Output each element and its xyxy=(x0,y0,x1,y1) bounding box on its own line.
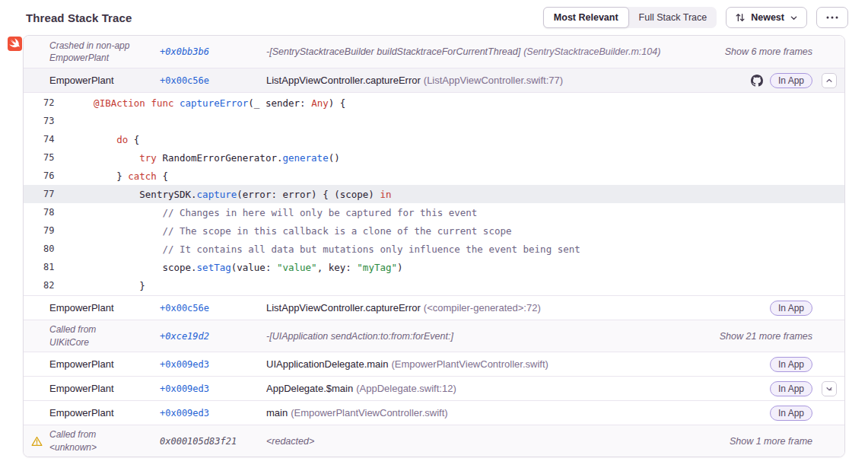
stack-trace-panel: Crashed in non-appEmpowerPlant+0x0bb3b6-… xyxy=(23,35,845,457)
code-line[interactable]: 81 scope.setTag(value: "value", key: "my… xyxy=(24,258,844,276)
code-line[interactable]: 72 @IBAction func captureError(_ sender:… xyxy=(24,94,844,112)
code-line[interactable]: 76 } catch { xyxy=(24,167,844,185)
line-number: 80 xyxy=(24,243,71,254)
frame-module: EmpowerPlant xyxy=(49,358,160,370)
function-name: -[SentryStacktraceBuilder buildStacktrac… xyxy=(266,46,520,57)
collapse-frame-button[interactable] xyxy=(822,73,837,88)
line-number: 72 xyxy=(24,97,71,108)
function-name: ListAppViewController.captureError xyxy=(266,302,421,313)
full-stack-trace-button[interactable]: Full Stack Trace xyxy=(629,7,717,28)
line-number: 74 xyxy=(24,134,71,145)
line-number: 82 xyxy=(24,280,71,291)
frame-actions: Show 1 more frame xyxy=(730,436,812,447)
source-file-link[interactable]: (SentryStacktraceBuilder.m:104) xyxy=(523,46,660,57)
frame-function: AppDelegate.$main(AppDelegate.swift:12) xyxy=(266,383,770,394)
show-more-frames-link[interactable]: Show 6 more frames xyxy=(725,46,812,57)
chevron-down-icon xyxy=(790,14,798,22)
sort-newest-button[interactable]: Newest xyxy=(726,7,807,28)
stack-frame[interactable]: EmpowerPlant+0x009ed3AppDelegate.$main(A… xyxy=(24,376,844,400)
frame-module: EmpowerPlant xyxy=(49,75,160,86)
code-text: scope.setTag(value: "value", key: "myTag… xyxy=(71,262,403,273)
frame-module: Called from<unknown> xyxy=(49,428,160,453)
source-file-link[interactable]: (ListAppViewController.swift:77) xyxy=(424,75,563,86)
source-file-link[interactable]: (<compiler-generated>:72) xyxy=(424,302,541,313)
line-number: 75 xyxy=(24,152,71,163)
frame-module: Called fromUIKitCore xyxy=(49,323,160,348)
code-text: } xyxy=(71,280,145,291)
frame-toggle-slot xyxy=(812,73,837,88)
more-options-button[interactable] xyxy=(816,7,848,28)
function-name: -[UIApplication sendAction:to:from:forEv… xyxy=(266,331,453,342)
stack-frame[interactable]: EmpowerPlant+0x009ed3main(EmpowerPlantVi… xyxy=(24,400,844,425)
chevron-up-icon xyxy=(825,77,833,84)
page-title: Thread Stack Trace xyxy=(26,11,132,24)
function-name: UIApplicationDelegate.main xyxy=(266,358,388,370)
header-controls: Most Relevant Full Stack Trace Newest xyxy=(543,7,848,28)
frame-function: UIApplicationDelegate.main(EmpowerPlantV… xyxy=(266,358,770,370)
frame-actions: In App xyxy=(770,301,812,316)
code-line[interactable]: 75 try RandomErrorGenerator.generate() xyxy=(24,148,844,167)
source-file-link[interactable]: (AppDelegate.swift:12) xyxy=(356,383,456,394)
frame-actions: In App xyxy=(770,381,812,396)
sort-arrows-icon xyxy=(735,12,746,23)
stack-frame[interactable]: EmpowerPlant+0x009ed3UIApplicationDelega… xyxy=(24,352,844,376)
frame-actions: In App xyxy=(751,73,812,88)
ellipsis-icon xyxy=(826,16,838,19)
frame-address[interactable]: +0xce19d2 xyxy=(160,331,266,342)
expand-frame-button[interactable] xyxy=(822,381,837,396)
stack-frame[interactable]: Called fromUIKitCore+0xce19d2-[UIApplica… xyxy=(24,320,844,352)
frame-actions: Show 6 more frames xyxy=(725,46,812,57)
code-line[interactable]: 82 } xyxy=(24,276,844,294)
code-line[interactable]: 80 // It contains all data but mutations… xyxy=(24,240,844,258)
code-text: try RandomErrorGenerator.generate() xyxy=(71,152,340,164)
in-app-badge: In App xyxy=(770,73,812,88)
function-name: <redacted> xyxy=(266,436,314,447)
function-name: AppDelegate.$main xyxy=(266,383,353,394)
code-text: // It contains all data but mutations on… xyxy=(71,243,580,255)
code-line[interactable]: 78 // Changes in here will only be captu… xyxy=(24,203,844,221)
frame-address[interactable]: +0x00c56e xyxy=(160,303,266,313)
frame-module: EmpowerPlant xyxy=(49,383,160,394)
frame-actions: Show 21 more frames xyxy=(720,331,812,342)
line-number: 78 xyxy=(24,207,71,218)
code-text: // Changes in here will only be captured… xyxy=(71,207,477,218)
stack-frame[interactable]: EmpowerPlant+0x00c56eListAppViewControll… xyxy=(24,68,844,92)
source-file-link[interactable]: (EmpowerPlantViewController.swift) xyxy=(291,407,447,418)
github-icon[interactable] xyxy=(751,75,763,87)
code-text: SentrySDK.capture(error: error) { (scope… xyxy=(71,189,391,200)
code-line[interactable]: 73 xyxy=(24,112,844,130)
frame-function: ListAppViewController.captureError(ListA… xyxy=(266,75,751,86)
show-more-frames-link[interactable]: Show 1 more frame xyxy=(730,436,812,447)
most-relevant-button[interactable]: Most Relevant xyxy=(543,7,629,28)
frame-address[interactable]: +0x0bb3b6 xyxy=(160,46,266,57)
code-text: } catch { xyxy=(71,170,168,182)
code-text: do { xyxy=(71,134,139,145)
stack-frame[interactable]: Crashed in non-appEmpowerPlant+0x0bb3b6-… xyxy=(24,36,844,68)
frame-address[interactable]: +0x009ed3 xyxy=(160,383,266,394)
frame-module: EmpowerPlant xyxy=(49,302,160,313)
frame-module: Crashed in non-appEmpowerPlant xyxy=(49,40,160,64)
frame-address[interactable]: +0x00c56e xyxy=(160,75,266,86)
source-file-link[interactable]: (EmpowerPlantViewController.swift) xyxy=(391,358,548,370)
line-number: 73 xyxy=(24,116,71,126)
in-app-badge: In App xyxy=(770,301,812,316)
frame-toggle-slot xyxy=(812,381,837,396)
frame-actions: In App xyxy=(770,357,812,372)
line-number: 77 xyxy=(24,189,71,199)
code-text: @IBAction func captureError(_ sender: An… xyxy=(71,97,345,109)
frame-address[interactable]: +0x009ed3 xyxy=(160,359,266,370)
stack-frame[interactable]: Called from<unknown>0x000105d83f21<redac… xyxy=(24,425,844,457)
code-line[interactable]: 74 do { xyxy=(24,130,844,148)
code-text: // The scope in this callback is a clone… xyxy=(71,225,512,237)
line-number: 76 xyxy=(24,170,71,181)
frame-icon-slot xyxy=(24,436,49,447)
source-code-context: 72 @IBAction func captureError(_ sender:… xyxy=(24,92,844,295)
stack-frame[interactable]: EmpowerPlant+0x00c56eListAppViewControll… xyxy=(24,295,844,320)
code-line[interactable]: 77 SentrySDK.capture(error: error) { (sc… xyxy=(24,185,844,203)
code-line[interactable]: 79 // The scope in this callback is a cl… xyxy=(24,221,844,240)
chevron-down-icon xyxy=(825,385,833,393)
swift-logo-icon xyxy=(8,37,22,51)
frame-address[interactable]: +0x009ed3 xyxy=(160,408,266,418)
sort-label: Newest xyxy=(751,12,784,23)
show-more-frames-link[interactable]: Show 21 more frames xyxy=(720,331,812,342)
